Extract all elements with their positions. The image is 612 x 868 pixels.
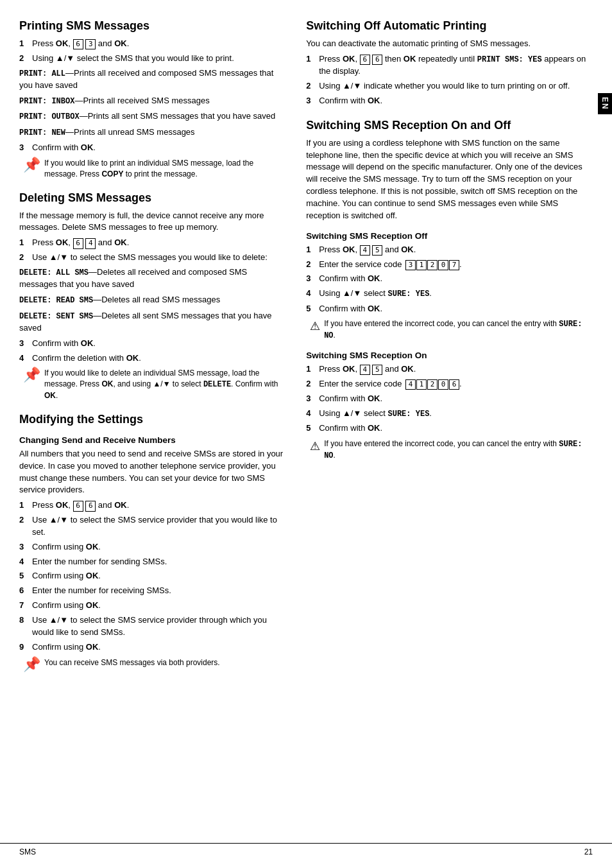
ok-label: OK <box>343 54 355 64</box>
note-icon: 📌 <box>23 367 40 383</box>
key-4: 4 <box>360 245 370 256</box>
code-digit: 6 <box>449 379 459 390</box>
note-icon: 📌 <box>23 157 40 173</box>
ok-label: OK <box>56 39 69 48</box>
ok-label: OK <box>368 96 380 105</box>
warning-text: If you have entered the incorrect code, … <box>324 318 593 342</box>
step-number: 9 <box>19 641 30 654</box>
step-content: Use ▲/▼ to select the SMS service provid… <box>32 614 284 639</box>
code-digit: 0 <box>438 379 448 390</box>
modify-step-4: 4 Enter the number for sending SMSs. <box>19 556 284 568</box>
step-content: Confirm with OK. <box>32 338 284 350</box>
switch-off-step-1: 1 Press OK, 6 6 then OK repeatedly until… <box>306 53 593 78</box>
step-number: 2 <box>19 252 30 264</box>
note-icon: 📌 <box>23 656 40 673</box>
note-text: If you would like to print an individual… <box>44 158 284 180</box>
ok-label: OK <box>56 500 69 510</box>
section-title-modifying: Modifying the Settings <box>19 413 284 426</box>
service-code-on: 4 1 2 0 6 <box>405 379 459 390</box>
note-text: You can receive SMS messages via both pr… <box>44 657 220 668</box>
code-digit: 7 <box>449 260 459 270</box>
delete-sent: DELETE: SENT SMS—Deletes all sent SMS me… <box>19 310 284 334</box>
step-content: Using ▲/▼ select SURE: YES. <box>319 288 593 300</box>
ok-label: OK <box>401 245 414 254</box>
subsection-title-reception-on: Switching SMS Reception On <box>306 351 593 360</box>
deleting-step-4: 4 Confirm the deletion with OK. <box>19 352 284 365</box>
left-column: Printing SMS Messages 1 Press OK, 6 3 an… <box>19 19 300 677</box>
step-number: 4 <box>19 556 30 568</box>
key-6: 6 <box>73 501 83 511</box>
recep-on-step-3: 3 Confirm with OK. <box>306 393 593 405</box>
step-content: Confirm with OK. <box>32 142 284 154</box>
key-6: 6 <box>372 55 382 65</box>
modify-step-8: 8 Use ▲/▼ to select the SMS service prov… <box>19 614 284 639</box>
language-tab: EN <box>598 93 612 114</box>
ok-label: OK <box>368 304 380 313</box>
code-digit: 2 <box>427 260 438 270</box>
footer: SMS 21 <box>0 843 612 856</box>
deleting-step-2: 2 Use ▲/▼ to select the SMS messages you… <box>19 252 284 264</box>
modify-step-6: 6 Enter the number for receiving SMSs. <box>19 585 284 597</box>
step-number: 5 <box>19 570 30 582</box>
step-number: 1 <box>19 499 30 512</box>
code-digit: 0 <box>438 260 448 270</box>
step-number: 3 <box>306 95 316 107</box>
step-content: Use ▲/▼ to select the SMS messages you w… <box>32 252 284 264</box>
step-content: Press OK, 6 6 and OK. <box>32 499 284 512</box>
step-number: 2 <box>306 378 316 390</box>
key-5: 5 <box>372 365 382 375</box>
ok-label: OK <box>114 238 127 247</box>
recep-off-step-5: 5 Confirm with OK. <box>306 303 593 315</box>
warning-text: If you have entered the incorrect code, … <box>324 438 593 462</box>
step-content: Using ▲/▼ indicate whether you would lik… <box>319 80 593 92</box>
ok-label: OK <box>368 273 380 283</box>
step-content: Press OK, 4 5 and OK. <box>319 363 593 376</box>
subsection-title-send-receive: Changing Send and Receive Numbers <box>19 435 284 445</box>
step-content: Enter the number for receiving SMSs. <box>32 585 284 597</box>
footer-left: SMS <box>19 847 36 856</box>
warning-icon: ⚠ <box>310 439 320 453</box>
modify-step-7: 7 Confirm using OK. <box>19 600 284 612</box>
modify-step-3: 3 Confirm using OK. <box>19 541 284 553</box>
note-delete: 📌 If you would like to delete an individ… <box>19 368 284 401</box>
key-3: 3 <box>85 39 96 49</box>
code-digit: 4 <box>405 379 416 390</box>
ok-label: OK <box>86 542 99 551</box>
step-number: 2 <box>306 80 316 92</box>
modify-step-5: 5 Confirm using OK. <box>19 570 284 582</box>
recep-on-step-4: 4 Using ▲/▼ select SURE: YES. <box>306 408 593 420</box>
step-number: 1 <box>19 38 30 50</box>
recep-on-step-2: 2 Enter the service code 4 1 2 0 6 . <box>306 378 593 390</box>
service-code-off: 3 1 2 0 7 <box>405 260 459 270</box>
print-all: PRINT: ALL—Prints all received and compo… <box>19 67 284 92</box>
section-title-sms-reception: Switching SMS Reception On and Off <box>306 119 593 132</box>
delete-all: DELETE: ALL SMS—Deletes all received and… <box>19 266 284 291</box>
warning-icon: ⚠ <box>310 319 320 333</box>
printing-step-3: 3 Confirm with OK. <box>19 142 284 154</box>
recep-on-step-1: 1 Press OK, 4 5 and OK. <box>306 363 593 376</box>
step-number: 3 <box>306 393 316 405</box>
recep-off-step-1: 1 Press OK, 4 5 and OK. <box>306 244 593 256</box>
ok-label: OK <box>401 364 414 374</box>
modify-step-2: 2 Use ▲/▼ to select the SMS service prov… <box>19 514 284 539</box>
step-content: Confirm using OK. <box>32 641 284 654</box>
right-column: Switching Off Automatic Printing You can… <box>300 19 593 677</box>
step-content: Confirm the deletion with OK. <box>32 352 284 365</box>
step-content: Press OK, 6 6 then OK repeatedly until P… <box>319 53 593 78</box>
step-number: 1 <box>19 237 30 249</box>
switching-off-intro: You can deactivate the automatic printin… <box>306 38 593 50</box>
code-digit: 1 <box>416 260 427 270</box>
section-title-deleting: Deleting SMS Messages <box>19 191 284 205</box>
step-number: 4 <box>306 288 316 300</box>
recep-off-step-4: 4 Using ▲/▼ select SURE: YES. <box>306 288 593 300</box>
step-number: 6 <box>19 585 30 597</box>
step-number: 1 <box>306 363 316 376</box>
print-outbox: PRINT: OUTBOX—Prints all sent SMS messag… <box>19 110 284 123</box>
step-content: Confirm using OK. <box>32 600 284 612</box>
modify-step-9: 9 Confirm using OK. <box>19 641 284 654</box>
step-content: Confirm with OK. <box>319 422 593 435</box>
printing-step-1: 1 Press OK, 6 3 and OK. <box>19 38 284 50</box>
ok-label: OK <box>86 571 99 580</box>
section-title-switching-off: Switching Off Automatic Printing <box>306 19 593 33</box>
step-number: 1 <box>306 244 316 256</box>
